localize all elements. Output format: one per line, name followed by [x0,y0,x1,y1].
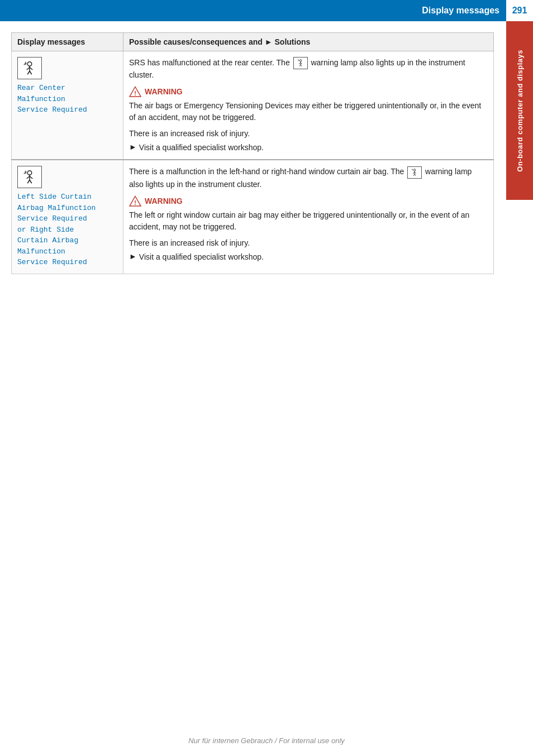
srs-warning-icon-box [17,166,42,188]
risk-text: There is an increased risk of injury. [129,128,488,140]
warning-block: ! WARNING The air bags or Emergency Tens… [129,85,488,123]
causes-intro-text: There is a malfunction in the left-hand … [129,166,488,190]
inline-srs-icon [293,57,308,69]
display-message-label: Left Side CurtainAirbag MalfunctionServi… [17,192,117,268]
svg-line-22 [30,176,32,179]
svg-line-7 [26,62,27,64]
srs-icon [21,60,38,76]
warning-header: ! WARNING [129,85,488,98]
sidebar-chapter-label: On-board computer and displays [516,50,524,172]
footer-text: Nur für internen Gebrauch / For internal… [188,736,345,745]
solution-line: ►Visit a qualified specialist workshop. [129,142,488,154]
svg-line-21 [27,176,30,179]
footer: Nur für internen Gebrauch / For internal… [0,736,533,745]
col2-header: Possible causes/consequences and ► Solut… [123,33,494,51]
causes-cell: There is a malfunction in the left-hand … [123,160,494,274]
page-number: 291 [506,0,533,21]
svg-line-13 [299,65,301,66]
svg-line-32 [413,174,415,175]
warning-body-text: The left or right window curtain air bag… [129,209,488,233]
warning-triangle-icon: ! [129,195,141,207]
warning-block: ! WARNING The left or right window curta… [129,195,488,233]
risk-text: There is an increased risk of injury. [129,237,488,249]
svg-line-24 [30,180,32,184]
table-row: Rear CenterMalfunctionService RequiredSR… [12,51,494,160]
srs-warning-icon-box [17,57,42,79]
causes-intro-text: SRS has malfunctioned at the rear center… [129,57,488,81]
svg-text:!: ! [134,90,136,97]
solution-line: ►Visit a qualified specialist workshop. [129,251,488,263]
display-message-label: Rear CenterMalfunctionService Required [17,83,117,116]
svg-point-28 [413,169,416,171]
header-title: Display messages [422,6,499,16]
table-header-row: Display messages Possible causes/consequ… [12,33,494,51]
warning-header: ! WARNING [129,195,488,207]
chapter-sidebar: On-board computer and displays [506,21,533,200]
display-message-cell: Left Side CurtainAirbag MalfunctionServi… [12,160,123,274]
svg-line-3 [30,68,32,70]
svg-line-8 [24,64,26,65]
causes-cell: SRS has malfunctioned at the rear center… [123,51,494,160]
svg-line-23 [27,180,30,184]
solutions-arrow-icon: ► [265,37,275,46]
svg-line-27 [24,174,26,174]
warning-label: WARNING [145,197,183,205]
main-content: Display messages Possible causes/consequ… [11,32,499,274]
warning-label: WARNING [145,87,183,96]
display-messages-table: Display messages Possible causes/consequ… [11,32,494,274]
svg-line-26 [26,171,27,173]
solution-text: Visit a qualified specialist workshop. [139,142,264,154]
svg-line-5 [30,71,32,74]
solution-arrow-icon: ► [129,142,137,151]
inline-srs-icon [407,166,422,179]
col1-header: Display messages [12,33,123,51]
svg-point-0 [27,62,32,66]
svg-line-14 [301,65,302,66]
solution-text: Visit a qualified specialist workshop. [139,251,264,263]
svg-line-2 [27,68,30,70]
warning-body-text: The air bags or Emergency Tensioning Dev… [129,100,488,123]
svg-text:!: ! [134,199,136,205]
solution-arrow-icon: ► [129,252,137,261]
warning-triangle-icon: ! [129,85,141,98]
table-row: Left Side CurtainAirbag MalfunctionServi… [12,160,494,274]
svg-point-9 [299,60,302,62]
svg-point-19 [27,171,32,175]
display-message-cell: Rear CenterMalfunctionService Required [12,51,123,160]
srs-icon [21,169,38,185]
header-bar: Display messages [0,0,533,21]
svg-line-33 [415,174,416,175]
svg-line-4 [27,71,30,74]
